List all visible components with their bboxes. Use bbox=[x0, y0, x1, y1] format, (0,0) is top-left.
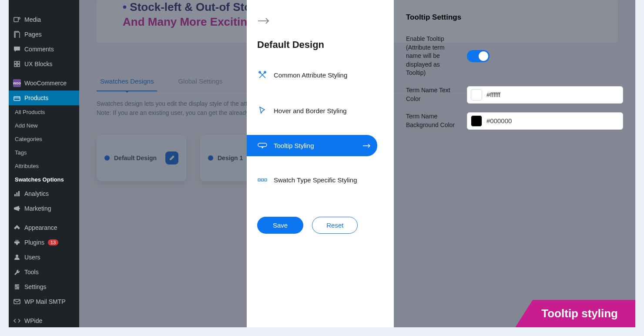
svg-rect-14 bbox=[15, 285, 17, 289]
svg-rect-15 bbox=[17, 285, 19, 289]
sidebar-label: Comments bbox=[24, 46, 54, 53]
enable-tooltip-toggle[interactable] bbox=[467, 50, 490, 62]
sidebar-label: Pages bbox=[24, 31, 42, 38]
sidebar-item-settings[interactable]: Settings bbox=[9, 279, 79, 294]
appearance-icon bbox=[13, 224, 21, 232]
svg-rect-16 bbox=[14, 299, 20, 304]
section-tooltip-styling[interactable]: Tooltip Styling bbox=[247, 135, 377, 156]
mail-icon bbox=[13, 298, 21, 306]
setting-label: Term Name Background Color bbox=[406, 112, 458, 129]
sidebar-item-add-new[interactable]: Add New bbox=[9, 119, 79, 132]
sidebar-item-appearance[interactable]: Appearance bbox=[9, 220, 79, 235]
sidebar-label: Attributes bbox=[15, 163, 39, 169]
svg-rect-10 bbox=[17, 192, 18, 196]
setting-enable-tooltip: Enable Tooltip (Attribute term name will… bbox=[406, 35, 623, 77]
color-swatch[interactable] bbox=[471, 89, 482, 101]
sidebar-item-ux-blocks[interactable]: UX Blocks bbox=[9, 57, 79, 71]
section-label: Tooltip Styling bbox=[274, 142, 314, 149]
arrow-right-icon bbox=[362, 144, 370, 148]
comments-icon bbox=[13, 45, 21, 53]
svg-rect-11 bbox=[18, 191, 20, 196]
sidebar-label: Swatches Options bbox=[15, 176, 64, 183]
section-label: Hover and Border Styling bbox=[274, 107, 347, 114]
svg-rect-20 bbox=[258, 179, 260, 181]
sidebar-item-pages[interactable]: Pages bbox=[9, 27, 79, 42]
sidebar-item-wp-mail-smtp[interactable]: WP Mail SMTP bbox=[9, 294, 79, 309]
panel-title: Default Design bbox=[247, 29, 394, 64]
section-label: Common Attribute Styling bbox=[274, 71, 347, 79]
sidebar-label: WPide bbox=[24, 317, 42, 324]
tooltip-settings-panel: Tooltip Settings Enable Tooltip (Attribu… bbox=[394, 0, 635, 327]
setting-label: Term Name Text Color bbox=[406, 86, 458, 103]
design-section-panel: Default Design Common Attribute Styling … bbox=[247, 0, 394, 327]
caption-ribbon: Tooltip styling bbox=[515, 300, 635, 327]
settings-icon bbox=[13, 283, 21, 291]
sidebar-label: Settings bbox=[24, 283, 47, 290]
sidebar-label: Products bbox=[24, 94, 48, 101]
svg-point-1 bbox=[18, 17, 20, 19]
sidebar-item-wpide[interactable]: WPide bbox=[9, 313, 79, 327]
setting-text-color: Term Name Text Color bbox=[406, 86, 623, 104]
section-common-attribute[interactable]: Common Attribute Styling bbox=[247, 64, 377, 86]
svg-rect-5 bbox=[17, 61, 20, 64]
sidebar-item-all-products[interactable]: All Products bbox=[9, 105, 79, 119]
sidebar-item-media[interactable]: Media bbox=[9, 12, 79, 27]
reset-button[interactable]: Reset bbox=[312, 217, 358, 234]
sidebar-item-products[interactable]: Products bbox=[9, 91, 79, 105]
sidebar-item-swatches-options[interactable]: Swatches Options bbox=[9, 173, 79, 186]
sidebar-item-tags[interactable]: Tags bbox=[9, 146, 79, 159]
media-icon bbox=[13, 16, 21, 24]
pages-icon bbox=[13, 30, 21, 38]
sidebar-item-woocommerce[interactable]: wooWooCommerce bbox=[9, 76, 79, 91]
swatches-icon bbox=[257, 178, 268, 182]
sidebar-item-categories[interactable]: Categories bbox=[9, 132, 79, 146]
svg-point-12 bbox=[18, 208, 20, 209]
sidebar-item-tools[interactable]: Tools bbox=[9, 265, 79, 279]
sidebar-item-plugins[interactable]: Plugins13 bbox=[9, 235, 79, 250]
users-icon bbox=[13, 253, 21, 261]
sidebar-label: Analytics bbox=[24, 190, 49, 197]
svg-rect-21 bbox=[262, 179, 264, 181]
color-swatch[interactable] bbox=[471, 115, 482, 127]
blocks-icon bbox=[13, 60, 21, 68]
svg-rect-6 bbox=[14, 64, 17, 67]
sidebar-label: Add New bbox=[15, 122, 38, 129]
tooltip-icon bbox=[257, 143, 268, 149]
svg-rect-7 bbox=[17, 64, 20, 67]
svg-rect-19 bbox=[258, 143, 267, 147]
svg-point-13 bbox=[16, 255, 18, 257]
section-hover-border[interactable]: Hover and Border Styling bbox=[247, 99, 377, 122]
section-swatch-specific[interactable]: Swatch Type Specific Styling bbox=[247, 169, 377, 191]
bg-color-input[interactable] bbox=[486, 117, 619, 124]
sidebar-label: WooCommerce bbox=[24, 80, 67, 87]
sidebar-label: UX Blocks bbox=[24, 60, 53, 67]
sidebar-item-users[interactable]: Users bbox=[9, 250, 79, 265]
sidebar-label: Appearance bbox=[24, 224, 57, 231]
svg-rect-8 bbox=[14, 97, 20, 101]
tools-icon bbox=[13, 268, 21, 276]
code-icon bbox=[13, 317, 21, 325]
bg-color-field[interactable] bbox=[467, 112, 623, 130]
panel-title: Tooltip Settings bbox=[406, 13, 623, 22]
text-color-input[interactable] bbox=[486, 91, 619, 98]
svg-rect-9 bbox=[14, 194, 16, 196]
plugins-count-badge: 13 bbox=[48, 239, 58, 245]
sidebar-item-marketing[interactable]: Marketing bbox=[9, 201, 79, 216]
svg-rect-4 bbox=[14, 61, 17, 64]
save-button[interactable]: Save bbox=[257, 217, 303, 234]
sidebar-label: Categories bbox=[15, 136, 42, 142]
back-button[interactable] bbox=[247, 13, 394, 29]
sidebar-label: Users bbox=[24, 254, 40, 261]
svg-rect-3 bbox=[15, 32, 20, 38]
sidebar-label: WP Mail SMTP bbox=[24, 298, 66, 305]
woocommerce-icon: woo bbox=[13, 79, 21, 87]
sidebar-item-analytics[interactable]: Analytics bbox=[9, 186, 79, 201]
setting-bg-color: Term Name Background Color bbox=[406, 112, 623, 130]
sidebar-item-comments[interactable]: Comments bbox=[9, 42, 79, 57]
svg-rect-0 bbox=[14, 17, 18, 22]
marketing-icon bbox=[13, 205, 21, 212]
text-color-field[interactable] bbox=[467, 86, 623, 104]
sidebar-label: Media bbox=[24, 16, 41, 23]
sidebar-item-attributes[interactable]: Attributes bbox=[9, 159, 79, 173]
setting-label: Enable Tooltip (Attribute term name will… bbox=[406, 35, 458, 77]
